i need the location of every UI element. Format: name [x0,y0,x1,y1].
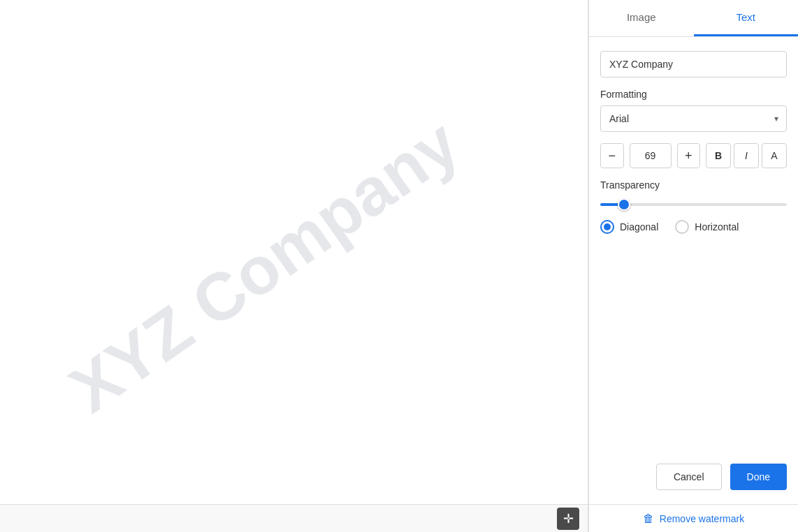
color-button[interactable]: A [762,143,787,168]
tab-image[interactable]: Image [589,0,694,36]
right-panel: Image Text Formatting Arial Times New Ro… [588,0,798,532]
font-select-wrapper: Arial Times New Roman Helvetica Georgia … [600,105,787,132]
italic-button[interactable]: I [734,143,759,168]
panel-bottom-bar[interactable]: 🗑 Remove watermark [589,504,798,532]
watermark-preview: XYZ Company [56,104,472,427]
orientation-radio-group: Diagonal Horizontal [600,220,787,234]
font-select[interactable]: Arial Times New Roman Helvetica Georgia … [600,105,787,132]
diagonal-radio-circle [600,220,614,234]
transparency-slider[interactable] [600,203,787,206]
formatting-label: Formatting [600,89,787,100]
add-watermark-button[interactable]: ✛ [557,508,579,530]
diagonal-radio-option[interactable]: Diagonal [600,220,658,234]
decrease-font-size-button[interactable]: − [600,143,624,168]
font-size-input[interactable] [630,143,672,168]
remove-watermark-label: Remove watermark [660,513,744,524]
format-buttons-group: B I A [706,143,787,168]
bold-button[interactable]: B [706,143,731,168]
canvas-area: XYZ Company ✛ [0,0,588,532]
horizontal-radio-circle [675,220,689,234]
transparency-section: Transparency [600,179,787,209]
trash-icon: 🗑 [643,512,654,525]
horizontal-radio-label: Horizontal [695,221,739,232]
tab-text[interactable]: Text [694,0,799,36]
tab-bar: Image Text [589,0,798,37]
canvas-bottom-bar: ✛ [0,504,588,532]
transparency-label: Transparency [600,179,787,191]
panel-content: Formatting Arial Times New Roman Helveti… [589,37,798,504]
increase-font-size-button[interactable]: + [677,143,701,168]
diagonal-radio-label: Diagonal [620,221,658,232]
done-button[interactable]: Done [730,464,787,490]
watermark-text-input[interactable] [600,51,787,77]
cancel-button[interactable]: Cancel [656,464,722,490]
formatting-section: Formatting Arial Times New Roman Helveti… [600,89,787,132]
font-size-row: − + B I A [600,143,787,168]
plus-icon: ✛ [563,511,574,526]
action-buttons: Cancel Done [600,464,787,490]
horizontal-radio-option[interactable]: Horizontal [675,220,739,234]
